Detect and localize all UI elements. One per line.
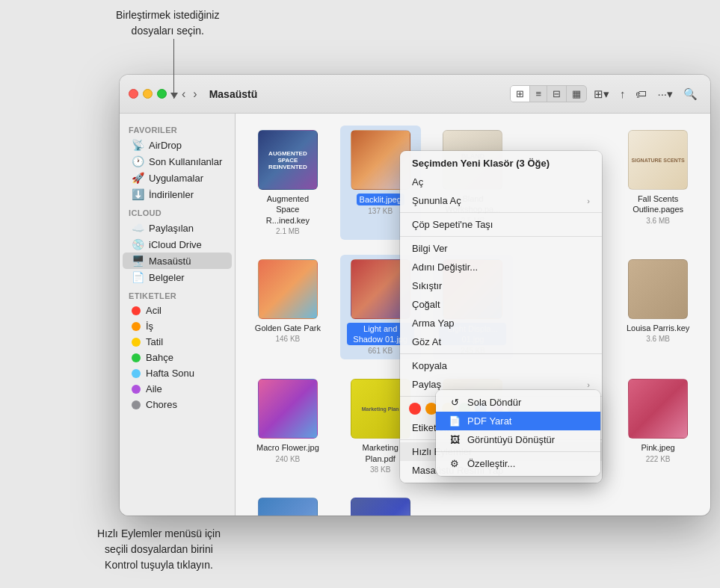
sidebar-item-documents[interactable]: 📄 Belgeler (123, 269, 232, 285)
sidebar-label-chores: Chores (146, 399, 177, 410)
finder-window: ‹ › Masaüstü ⊞ ≡ ⊟ ▦ ⊞▾ ↑ 🏷 ···▾ 🔍 Favor… (120, 75, 710, 516)
cm-label-open-with: Şununla Aç (412, 195, 461, 206)
sidebar-item-tag-hafta[interactable]: Hafta Sonu (123, 365, 232, 381)
tag-dot-yellow (132, 338, 141, 347)
annotation-arrow-line (173, 39, 174, 99)
tag-button[interactable]: 🏷 (632, 85, 650, 102)
file-item-augmented[interactable]: AUGMENTED SPACE REINVENTED Augmented Spa… (247, 126, 328, 240)
sidebar-item-tag-chores[interactable]: Chores (123, 397, 232, 412)
file-thumb-louisa (628, 259, 688, 319)
cm-item-new-folder[interactable]: Seçimden Yeni Klasör (3 Öğe) (400, 154, 602, 173)
fullscreen-button[interactable] (157, 89, 167, 99)
file-size-light-shadow: 661 KB (368, 347, 393, 355)
sm-item-convert[interactable]: 🖼 Görüntüyü Dönüştür (436, 430, 600, 449)
cm-item-quicklook[interactable]: Göz At (400, 332, 602, 351)
search-button[interactable]: 🔍 (680, 85, 701, 103)
sidebar: Favoriler 📡 AirDrop 🕐 Son Kullanılanlar … (120, 114, 236, 516)
sidebar-item-recent[interactable]: 🕐 Son Kullanılanlar (123, 153, 232, 170)
sidebar-item-apps[interactable]: 🚀 Uygulamalar (123, 170, 232, 186)
share-button[interactable]: ↑ (616, 85, 630, 102)
sidebar-label-airdrop: AirDrop (149, 140, 182, 151)
file-size-marketing: 38 KB (370, 465, 390, 474)
view-column-button[interactable]: ⊟ (547, 86, 567, 102)
titlebar: ‹ › Masaüstü ⊞ ≡ ⊟ ▦ ⊞▾ ↑ 🏷 ···▾ 🔍 (120, 75, 710, 114)
cm-sep-3 (400, 353, 602, 354)
sm-label-customize: Özelleştir... (467, 458, 515, 469)
sidebar-label-shared: Paylaşılan (149, 223, 194, 234)
forward-button[interactable]: › (190, 86, 200, 102)
file-item-skater[interactable]: Skater.jpeg 217 KB (340, 493, 421, 516)
view-gallery-button[interactable]: ▦ (567, 86, 586, 102)
view-switcher: ⊞ ≡ ⊟ ▦ (510, 85, 587, 102)
convert-icon: 🖼 (448, 434, 461, 445)
annotation-bottom: Hızlı Eylemler menüsü için seçili dosyal… (97, 526, 221, 573)
file-item-rail[interactable]: Rail Chasers.key 2.2 MB (247, 493, 328, 516)
sidebar-item-tag-acil[interactable]: Acil (123, 303, 232, 318)
group-button[interactable]: ⊞▾ (590, 85, 613, 103)
cm-arrow-share: › (587, 380, 590, 389)
view-icon-button[interactable]: ⊞ (511, 86, 530, 102)
sidebar-item-tag-tatil[interactable]: Tatil (123, 334, 232, 350)
minimize-button[interactable] (143, 89, 153, 99)
sidebar-label-desktop: Masaüstü (149, 256, 191, 267)
cm-item-open[interactable]: Aç (400, 173, 602, 191)
sidebar-item-desktop[interactable]: 🖥️ Masaüstü (123, 253, 232, 269)
annotation-top: Birleştirmek istediğiniz dosyaları seçin… (116, 7, 219, 39)
cm-item-duplicate[interactable]: Çoğalt (400, 295, 602, 314)
documents-icon: 📄 (132, 271, 144, 283)
cm-item-copy[interactable]: Kopyala (400, 356, 602, 375)
icloud-drive-icon: 💿 (132, 238, 144, 250)
more-button[interactable]: ···▾ (653, 85, 677, 103)
sidebar-label-downloads: İndirilenler (149, 189, 194, 200)
sidebar-item-tag-bahce[interactable]: Bahçe (123, 350, 232, 365)
file-thumb-pink (628, 379, 688, 439)
sidebar-item-tag-aile[interactable]: Aile (123, 381, 232, 397)
file-size-fall: 3.6 MB (646, 217, 670, 225)
cm-item-open-with[interactable]: Şununla Aç › (400, 191, 602, 210)
sidebar-label-acil: Acil (146, 305, 161, 316)
file-name-golden: Golden Gate Park (255, 323, 321, 333)
sidebar-label-is: İş (146, 321, 153, 332)
file-item-golden[interactable]: Golden Gate Park 146 KB (247, 255, 328, 360)
main-content: AUGMENTED SPACE REINVENTED Augmented Spa… (236, 114, 710, 516)
sidebar-item-icloud-drive[interactable]: 💿 iCloud Drive (123, 236, 232, 253)
cm-sep-1 (400, 212, 602, 213)
sidebar-label-icloud-drive: iCloud Drive (149, 239, 202, 250)
sidebar-section-tags: Etiketler (120, 285, 235, 303)
color-dot-red[interactable] (409, 403, 421, 415)
cm-item-trash[interactable]: Çöp Sepeti'ne Taşı (400, 215, 602, 234)
back-button[interactable]: ‹ (179, 86, 188, 102)
sm-sep-1 (436, 451, 600, 452)
pdf-icon: 📄 (448, 415, 461, 427)
cm-item-compress[interactable]: Sıkıştır (400, 276, 602, 295)
sm-item-customize[interactable]: ⚙ Özelleştir... (436, 454, 600, 473)
cm-label-share: Paylaş (412, 379, 441, 390)
sidebar-item-downloads[interactable]: ⬇️ İndirilenler (123, 186, 232, 202)
file-item-pink[interactable]: Pink.jpeg 222 KB (618, 374, 698, 478)
sidebar-label-aile: Aile (146, 383, 162, 394)
cm-item-info[interactable]: Bilgi Ver (400, 239, 602, 258)
cm-item-alias[interactable]: Arma Yap (400, 314, 602, 332)
file-size-augmented: 2.1 MB (276, 227, 300, 235)
airdrop-icon: 📡 (132, 139, 144, 151)
tag-dot-purple (132, 385, 141, 394)
file-item-macro[interactable]: Macro Flower.jpg 240 KB (247, 374, 328, 478)
close-button[interactable] (129, 89, 138, 99)
tag-dot-orange (132, 322, 141, 331)
sidebar-item-shared[interactable]: ☁️ Paylaşılan (123, 220, 232, 236)
customize-icon: ⚙ (448, 458, 461, 469)
file-item-fall[interactable]: SIGNATURE SCENTS Fall Scents Outline.pag… (618, 126, 698, 240)
traffic-lights (129, 89, 167, 99)
sidebar-item-airdrop[interactable]: 📡 AirDrop (123, 137, 232, 153)
sm-item-rotate[interactable]: ↺ Sola Döndür (436, 393, 600, 412)
cm-arrow-open-with: › (587, 196, 590, 205)
sidebar-item-tag-is[interactable]: İş (123, 318, 232, 334)
desktop-icon: 🖥️ (132, 255, 144, 267)
cm-item-rename[interactable]: Adını Değiştir... (400, 258, 602, 276)
sidebar-label-documents: Belgeler (149, 272, 185, 283)
file-item-louisa[interactable]: Louisa Parris.key 3.6 MB (618, 255, 698, 360)
sm-item-pdf[interactable]: 📄 PDF Yarat (436, 412, 600, 430)
file-name-backlit: Backlit.jpeg (357, 194, 404, 205)
view-list-button[interactable]: ≡ (530, 86, 547, 102)
tag-dot-gray (132, 400, 141, 409)
